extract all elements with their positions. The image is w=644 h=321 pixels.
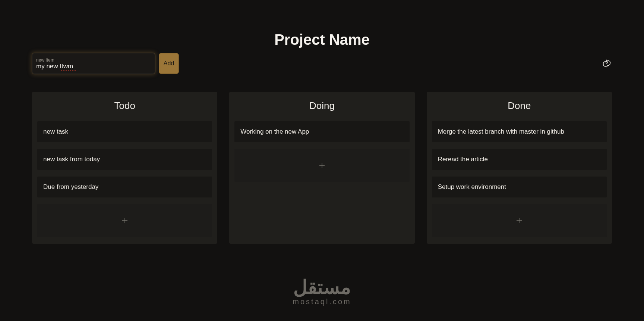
kanban-page: Project Name new Item Add Todo new task …	[0, 0, 644, 321]
add-button[interactable]: Add	[159, 53, 179, 74]
add-card-todo[interactable]	[37, 204, 212, 237]
task-card[interactable]: Reread the article	[432, 149, 607, 170]
plus-icon	[121, 217, 129, 224]
new-item-input[interactable]	[36, 63, 151, 70]
top-row: new Item Add	[32, 52, 612, 75]
new-item-label: new Item	[36, 57, 151, 63]
svg-point-0	[606, 65, 607, 65]
task-card[interactable]: Setup work environment	[432, 177, 607, 197]
plus-icon	[515, 217, 523, 224]
new-item-input-text	[36, 63, 151, 70]
watermark-arabic: مستقل	[293, 277, 351, 297]
new-item-input-wrap[interactable]: new Item	[32, 53, 155, 74]
column-todo: Todo new task new task from today Due fr…	[32, 92, 217, 244]
task-card[interactable]: Working on the new App	[234, 121, 409, 142]
add-item-group: new Item Add	[32, 53, 179, 74]
help-icon[interactable]	[602, 58, 612, 69]
page-title: Project Name	[0, 0, 644, 48]
task-card[interactable]: new task	[37, 121, 212, 142]
plus-icon	[318, 162, 326, 169]
task-card[interactable]: Merge the latest branch with master in g…	[432, 121, 607, 142]
column-title-todo: Todo	[37, 97, 212, 121]
watermark: مستقل mostaql.com	[293, 277, 351, 306]
add-card-done[interactable]	[432, 204, 607, 237]
column-title-done: Done	[432, 97, 607, 121]
column-title-doing: Doing	[234, 97, 409, 121]
column-doing: Doing Working on the new App	[229, 92, 414, 244]
task-card[interactable]: Due from yesterday	[37, 177, 212, 197]
watermark-latin: mostaql.com	[293, 297, 351, 306]
add-card-doing[interactable]	[234, 149, 409, 182]
kanban-board: Todo new task new task from today Due fr…	[32, 92, 612, 244]
column-done: Done Merge the latest branch with master…	[427, 92, 612, 244]
task-card[interactable]: new task from today	[37, 149, 212, 170]
